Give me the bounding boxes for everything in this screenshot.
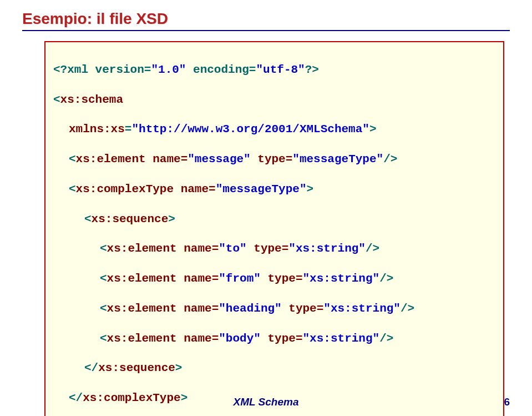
title-divider — [22, 30, 510, 31]
xs-sequence-open: xs:sequence — [92, 213, 169, 225]
xs-complextype-open: xs:complexType — [76, 183, 174, 196]
code-block: <?xml version="1.0" encoding="utf-8"?> <… — [44, 41, 504, 416]
footer-text: XML Schema — [0, 396, 532, 408]
page-number: 6 — [504, 396, 510, 408]
xs-schema-open: xs:schema — [60, 93, 123, 106]
xs-element: xs:element — [76, 153, 146, 166]
xml-decl: <?xml version= — [53, 63, 151, 76]
xs-sequence-close: xs:sequence — [98, 362, 175, 374]
slide-title: Esempio: il file XSD — [22, 10, 510, 28]
